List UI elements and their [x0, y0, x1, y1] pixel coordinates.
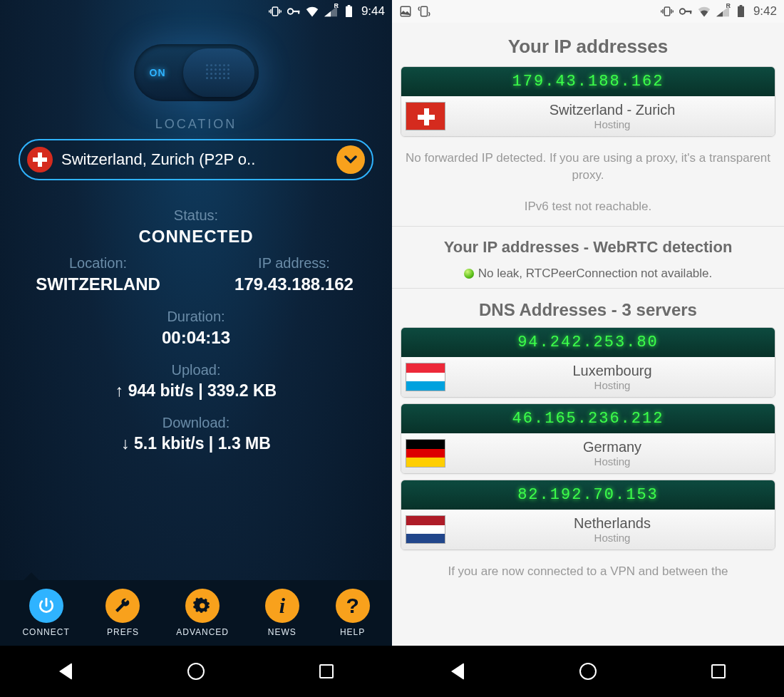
- duration-value: 00:04:13: [162, 328, 230, 348]
- clock: 9:44: [361, 4, 385, 19]
- svg-rect-13: [740, 5, 743, 7]
- svg-point-1: [288, 9, 294, 14]
- connect-button[interactable]: CONNECT: [22, 589, 69, 637]
- main-ip-card: 179.43.188.162 Switzerland - Zurich Host…: [401, 66, 775, 137]
- dns-heading: DNS Addresses - 3 servers: [392, 293, 784, 327]
- dns-card: 46.165.236.212 Germany Hosting: [401, 403, 775, 474]
- location-heading: LOCATION: [0, 117, 392, 132]
- info-icon: i: [265, 589, 299, 623]
- location-selector[interactable]: Switzerland, Zurich (P2P o..: [19, 139, 373, 180]
- svg-rect-11: [690, 11, 691, 14]
- location-label: Location:: [0, 255, 196, 272]
- svg-rect-3: [298, 11, 299, 14]
- gear-icon: [185, 589, 220, 623]
- download-label: Download:: [121, 415, 271, 431]
- duration-label: Duration:: [162, 309, 230, 325]
- ip-test-screen: R 9:42 Your IP addresses 179.43.188.162 …: [392, 0, 784, 697]
- main-ip-location: Switzerland - Zurich: [450, 102, 775, 118]
- dns-card: 82.192.70.153 Netherlands Hosting: [401, 480, 775, 550]
- luxembourg-flag-icon: [406, 363, 445, 391]
- home-button[interactable]: [178, 654, 214, 689]
- toggle-knob: [183, 48, 254, 97]
- dns-ip: 94.242.253.80: [401, 328, 775, 357]
- battery-icon: [735, 5, 748, 18]
- signal-icon: R: [324, 5, 337, 18]
- home-button[interactable]: [570, 654, 606, 689]
- netherlands-flag-icon: [406, 515, 445, 544]
- switzerland-flag-icon: [406, 102, 445, 130]
- wifi-icon: [698, 5, 711, 18]
- wrench-icon: [105, 589, 140, 623]
- android-nav-bar: [0, 646, 392, 697]
- dns-location: Germany: [450, 439, 775, 455]
- news-button[interactable]: i NEWS: [265, 589, 299, 637]
- main-ip-type: Hosting: [450, 118, 775, 130]
- svg-rect-7: [421, 6, 428, 16]
- clock: 9:42: [753, 4, 777, 19]
- vpn-key-icon: [679, 5, 692, 18]
- dns-location: Luxembourg: [450, 363, 775, 379]
- back-button[interactable]: [48, 654, 83, 689]
- dns-card: 94.242.253.80 Luxembourg Hosting: [401, 327, 775, 398]
- page-content[interactable]: Your IP addresses 179.43.188.162 Switzer…: [392, 23, 784, 697]
- battery-icon: [343, 5, 356, 18]
- back-button[interactable]: [440, 654, 475, 689]
- recents-button[interactable]: [701, 654, 736, 689]
- upload-label: Upload:: [115, 362, 277, 378]
- ip-value: 179.43.188.162: [196, 274, 392, 294]
- prefs-button[interactable]: PREFS: [105, 589, 140, 637]
- ip-heading: Your IP addresses: [392, 23, 784, 66]
- power-icon: [29, 589, 63, 623]
- advanced-button[interactable]: ADVANCED: [176, 589, 229, 637]
- switzerland-flag-icon: [27, 147, 53, 172]
- location-value: Switzerland, Zurich (P2P o..: [61, 150, 328, 169]
- forwarded-ip-note: No forwarded IP detected. If you are usi…: [392, 143, 784, 191]
- germany-flag-icon: [406, 439, 445, 468]
- download-value: ↓ 5.1 kbit/s | 1.3 MB: [121, 434, 271, 453]
- vpn-key-icon: [287, 5, 300, 18]
- dns-ip: 46.165.236.212: [401, 404, 775, 433]
- vibrate-icon: [661, 5, 674, 18]
- location-country: SWITZERLAND: [0, 274, 196, 294]
- rotate-icon: [418, 5, 430, 18]
- svg-rect-12: [738, 6, 744, 17]
- svg-rect-8: [664, 7, 670, 16]
- chevron-down-icon[interactable]: [336, 145, 365, 174]
- ip-label: IP address:: [196, 255, 392, 272]
- help-button[interactable]: ? HELP: [336, 589, 370, 637]
- svg-point-9: [680, 9, 686, 14]
- green-led-icon: [464, 269, 474, 279]
- recents-button[interactable]: [309, 654, 344, 689]
- toggle-on-label: ON: [150, 67, 166, 78]
- dns-type: Hosting: [450, 379, 775, 391]
- vibrate-icon: [269, 5, 282, 18]
- android-status-bar: R 9:42: [392, 0, 784, 23]
- main-ip-address: 179.43.188.162: [401, 67, 775, 96]
- upload-value: ↑ 944 bit/s | 339.2 KB: [115, 381, 277, 401]
- question-icon: ?: [336, 589, 370, 623]
- vpn-toggle[interactable]: ON: [134, 44, 259, 101]
- dns-location: Netherlands: [450, 515, 775, 532]
- dns-type: Hosting: [450, 532, 775, 544]
- dns-ip: 82.192.70.153: [401, 480, 775, 510]
- webrtc-result: No leak, RTCPeerConnection not available…: [392, 264, 784, 284]
- dns-type: Hosting: [450, 455, 775, 468]
- image-icon: [399, 5, 412, 18]
- signal-icon: R: [716, 5, 729, 18]
- svg-rect-0: [272, 7, 278, 16]
- ipv6-note: IPv6 test not reachable.: [392, 191, 784, 222]
- divider: [392, 288, 784, 289]
- webrtc-heading: Your IP addresses - WebRTC detection: [392, 231, 784, 264]
- bottom-nav: CONNECT PREFS ADVANCED i NEWS ? HELP: [0, 580, 392, 646]
- divider: [392, 226, 784, 227]
- vpn-app-screen: R 9:44 ON LOCATION Switzerland, Zurich (…: [0, 0, 392, 697]
- android-nav-bar: [392, 646, 784, 697]
- status-value: CONNECTED: [138, 227, 253, 247]
- status-label: Status:: [138, 207, 253, 224]
- android-status-bar: R 9:44: [0, 0, 392, 23]
- svg-rect-5: [348, 5, 351, 7]
- wifi-icon: [306, 5, 319, 18]
- svg-rect-4: [346, 6, 352, 17]
- footer-note: If you are now connected to a VPN and be…: [392, 556, 784, 580]
